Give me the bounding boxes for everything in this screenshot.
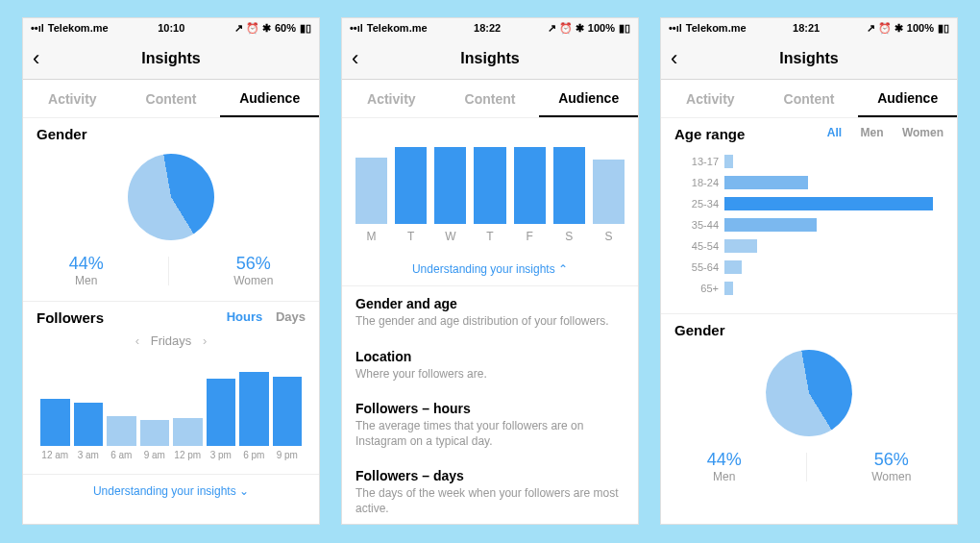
age-range-title: Age range All Men Women [674,126,943,142]
legend-separator [168,257,169,285]
page-title: Insights [779,50,838,67]
bar-wed [434,147,466,224]
legend-separator [806,453,807,481]
tab-audience[interactable]: Audience [858,80,957,117]
understanding-link[interactable]: Understanding your insights ⌄ [23,475,319,507]
bar-9am [140,420,170,446]
status-icons: ↗ ⏰ ✱ [548,22,584,35]
tab-audience[interactable]: Audience [220,80,319,117]
bar-12pm [173,418,203,446]
info-followers-days: Followers – days The days of the week wh… [342,458,638,524]
hourly-bar-chart [37,359,306,446]
info-gender-age: Gender and age The gender and age distri… [342,286,638,339]
filter-all[interactable]: All [827,126,842,139]
tab-audience[interactable]: Audience [539,80,638,117]
weekly-bar-chart [342,118,638,224]
men-label: Men [69,274,104,287]
tab-activity[interactable]: Activity [342,80,441,117]
selected-day: Fridays [151,333,192,348]
toggle-days[interactable]: Days [276,309,306,324]
battery-icon: ▮▯ [300,22,311,35]
status-icons: ↗ ⏰ ✱ [867,22,903,35]
tab-activity[interactable]: Activity [661,80,760,117]
day-selector: ‹ Fridays › [37,333,306,348]
gender-pie-chart [759,343,859,443]
page-header: ‹ Insights [23,37,319,80]
men-label: Men [707,470,742,483]
tab-content[interactable]: Content [122,80,221,117]
battery-label: 60% [275,22,296,34]
back-icon[interactable]: ‹ [671,46,677,71]
followers-section: Followers Hours Days ‹ Fridays › [23,302,319,474]
tab-activity[interactable]: Activity [23,80,122,117]
page-header: ‹ Insights [342,37,638,80]
women-label: Women [871,470,911,483]
battery-icon: ▮▯ [938,22,949,35]
bar-12am [40,399,70,447]
age-range-chart: 13-17 18-24 25-34 35-44 45-54 55-64 65+ [674,152,943,298]
filter-men[interactable]: Men [861,126,884,139]
page-title: Insights [460,50,519,67]
women-pct: 56% [233,254,273,274]
age-range-section: Age range All Men Women 13-17 18-24 25-3… [661,118,957,313]
status-time: 18:21 [793,22,820,34]
bar-3pm [207,379,236,446]
page-header: ‹ Insights [661,37,957,80]
understanding-link[interactable]: Understanding your insights ⌃ [342,253,638,285]
bar-mon [355,158,387,224]
followers-title: Followers Hours Days [37,309,306,326]
bar-6pm [239,372,269,446]
bar-6am [107,416,136,447]
gender-section: Gender 44% Men 56% Women [661,314,957,497]
filter-women[interactable]: Women [902,126,943,139]
status-bar: ••ıl Telekom.me 18:22 ↗ ⏰ ✱ 100% ▮▯ [342,18,638,37]
page-title: Insights [141,50,200,67]
back-icon[interactable]: ‹ [33,46,39,71]
info-location: Location Where your followers are. [342,339,638,392]
status-bar: ••ıl Telekom.me 18:21 ↗ ⏰ ✱ 100% ▮▯ [661,18,957,37]
status-bar: ••ıl Telekom.me 10:10 ↗ ⏰ ✱ 60% ▮▯ [23,18,319,37]
battery-label: 100% [588,22,615,34]
gender-pie-chart [121,147,221,247]
prev-day-icon[interactable]: ‹ [128,333,147,348]
toggle-hours[interactable]: Hours [227,309,263,324]
tab-bar: Activity Content Audience [23,80,319,118]
tab-content[interactable]: Content [441,80,540,117]
signal-icon: ••ıl [669,22,682,34]
bar-fri [514,147,546,224]
women-label: Women [233,274,273,287]
bar-thu [474,147,505,224]
men-pct: 44% [69,254,104,274]
battery-icon: ▮▯ [619,22,630,35]
info-followers-hours: Followers – hours The average times that… [342,391,638,458]
carrier-label: Telekom.me [48,22,109,34]
gender-section: Gender 44% Men 56% Women [23,118,319,301]
carrier-label: Telekom.me [367,22,428,34]
status-time: 10:10 [158,22,184,34]
status-icons: ↗ ⏰ ✱ [234,22,271,35]
signal-icon: ••ıl [350,22,363,34]
phone-screen-1: ••ıl Telekom.me 10:10 ↗ ⏰ ✱ 60% ▮▯ ‹ Ins… [22,17,320,525]
status-time: 18:22 [474,22,501,34]
bar-3am [74,403,104,446]
phone-screen-3: ••ıl Telekom.me 18:21 ↗ ⏰ ✱ 100% ▮▯ ‹ In… [660,17,958,525]
women-pct: 56% [871,450,911,470]
gender-title: Gender [37,126,306,142]
tab-bar: Activity Content Audience [342,80,638,118]
tab-content[interactable]: Content [760,80,859,117]
bar-sat [553,147,585,224]
gender-title: Gender [674,322,943,338]
phone-screen-2: ••ıl Telekom.me 18:22 ↗ ⏰ ✱ 100% ▮▯ ‹ In… [341,17,639,525]
signal-icon: ••ıl [31,22,44,34]
men-pct: 44% [707,450,742,470]
next-day-icon[interactable]: › [195,333,214,348]
bar-9pm [273,377,303,446]
tab-bar: Activity Content Audience [661,80,957,118]
battery-label: 100% [907,22,934,34]
carrier-label: Telekom.me [686,22,747,34]
bar-sun [593,160,625,224]
bar-tue [395,147,427,224]
back-icon[interactable]: ‹ [352,46,358,71]
